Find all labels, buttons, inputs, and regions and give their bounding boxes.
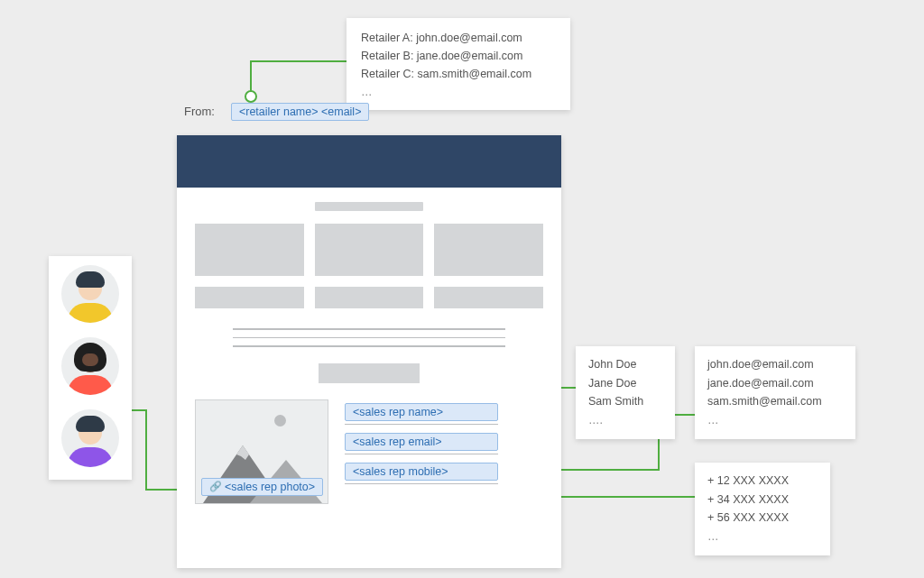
- name-line: John Doe: [588, 355, 662, 374]
- retailer-name-email-token: <retailer name> <email>: [231, 103, 370, 121]
- email-line: john.doe@email.com: [707, 355, 843, 374]
- email-footer: 🔗 <sales rep photo> <sales rep name> <sa…: [195, 399, 543, 504]
- email-line: jane.doe@email.com: [707, 374, 843, 393]
- phones-list-card: + 12 XXX XXXX + 34 XXX XXXX + 56 XXX XXX…: [695, 463, 830, 555]
- ellipsis: …: [707, 528, 818, 546]
- phone-line: + 34 XXX XXXX: [707, 491, 818, 509]
- phone-line: + 56 XXX XXXX: [707, 509, 818, 528]
- sales-rep-mobile-token: <sales rep mobile>: [345, 463, 498, 481]
- placeholder-tile: [434, 287, 543, 308]
- link-icon: 🔗: [209, 481, 222, 492]
- placeholder-tile: [195, 224, 304, 276]
- from-label: From:: [177, 101, 222, 122]
- avatar: [61, 265, 119, 323]
- retailer-line: Retailer A: john.doe@email.com: [361, 29, 556, 47]
- ellipsis: …: [361, 83, 556, 101]
- email-header-bar: [177, 135, 561, 188]
- placeholder-tile: [195, 287, 304, 308]
- email-body: 🔗 <sales rep photo> <sales rep name> <sa…: [177, 188, 561, 568]
- placeholder-text-lines: [233, 328, 504, 347]
- email-line: sam.smith@email.com: [707, 392, 843, 411]
- sales-rep-name-token: <sales rep name>: [345, 403, 498, 421]
- footer-fields: <sales rep name> <sales rep email> <sale…: [345, 399, 543, 484]
- from-row: From: <retailer name> <email>: [177, 101, 369, 122]
- placeholder-image-row: [195, 224, 543, 276]
- phone-line: + 12 XXX XXXX: [707, 472, 818, 491]
- name-line: Sam Smith: [588, 392, 662, 411]
- ellipsis: ….: [588, 411, 662, 430]
- name-line: Jane Doe: [588, 374, 662, 393]
- retailer-line: Retailer C: sam.smith@email.com: [361, 65, 556, 83]
- ellipsis: …: [707, 411, 843, 430]
- placeholder-tile: [315, 224, 424, 276]
- avatars-card: [49, 256, 132, 480]
- avatar: [61, 409, 119, 467]
- placeholder-tile: [315, 287, 424, 308]
- sales-rep-photo-token: 🔗 <sales rep photo>: [201, 478, 323, 496]
- placeholder-caption-row: [195, 287, 543, 308]
- avatar: [61, 337, 119, 395]
- sales-rep-photo-placeholder: 🔗 <sales rep photo>: [195, 399, 328, 504]
- placeholder-title: [315, 202, 423, 211]
- placeholder-cta: [319, 363, 420, 383]
- retailer-line: Retailer B: jane.doe@email.com: [361, 47, 556, 65]
- sun-icon: [274, 415, 286, 427]
- email-template-wireframe: 🔗 <sales rep photo> <sales rep name> <sa…: [177, 135, 561, 568]
- placeholder-tile: [434, 224, 543, 276]
- sales-rep-email-token: <sales rep email>: [345, 433, 498, 451]
- retailer-list-card: Retailer A: john.doe@email.com Retailer …: [346, 18, 570, 110]
- emails-list-card: john.doe@email.com jane.doe@email.com sa…: [695, 346, 855, 439]
- names-list-card: John Doe Jane Doe Sam Smith ….: [576, 346, 675, 439]
